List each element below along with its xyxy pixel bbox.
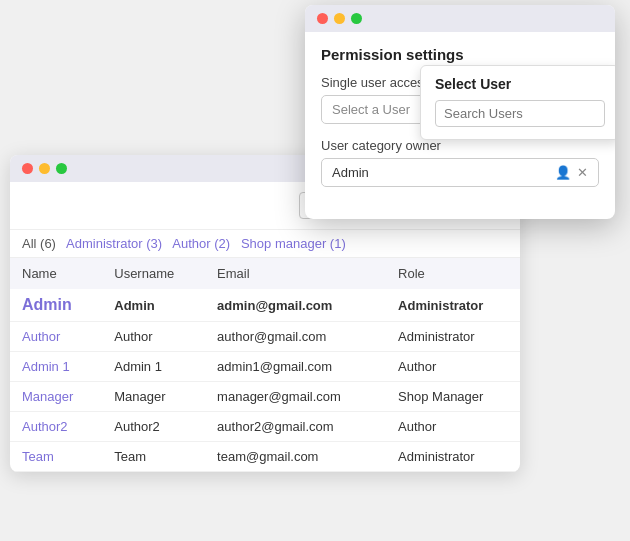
table-row: TeamTeamteam@gmail.comAdministrator — [10, 442, 520, 472]
user-role: Author — [386, 412, 520, 442]
traffic-light-red[interactable] — [22, 163, 33, 174]
user-username: Admin 1 — [102, 352, 205, 382]
user-name-link[interactable]: Admin 1 — [22, 359, 70, 374]
col-role: Role — [386, 258, 520, 289]
traffic-light-yellow[interactable] — [39, 163, 50, 174]
user-name-link[interactable]: Admin — [22, 296, 72, 313]
user-username: Admin — [102, 289, 205, 322]
fg-titlebar — [305, 5, 615, 32]
user-username: Manager — [102, 382, 205, 412]
filter-row: All (6) Administrator (3) Author (2) Sho… — [10, 230, 520, 258]
traffic-light-green[interactable] — [56, 163, 67, 174]
table-row: AuthorAuthorauthor@gmail.comAdministrato… — [10, 322, 520, 352]
user-role: Shop Manager — [386, 382, 520, 412]
filter-author[interactable]: Author (2) — [172, 236, 230, 251]
table-row: Author2Author2author2@gmail.comAuthor — [10, 412, 520, 442]
table-row: ManagerManagermanager@gmail.comShop Mana… — [10, 382, 520, 412]
user-category-icons: 👤 ✕ — [555, 165, 588, 180]
user-table: Name Username Email Role AdminAdminadmin… — [10, 258, 520, 472]
select-user-search-input[interactable] — [435, 100, 605, 127]
permission-settings-window: Permission settings Single user access S… — [305, 5, 615, 219]
table-row: Admin 1Admin 1admin1@gmail.comAuthor — [10, 352, 520, 382]
col-email: Email — [205, 258, 386, 289]
user-email: author2@gmail.com — [205, 412, 386, 442]
user-email: admin1@gmail.com — [205, 352, 386, 382]
user-username: Team — [102, 442, 205, 472]
user-name-link[interactable]: Team — [22, 449, 54, 464]
user-role: Administrator — [386, 322, 520, 352]
single-user-placeholder: Select a User — [332, 102, 410, 117]
col-name: Name — [10, 258, 102, 289]
user-category-label: User category owner — [321, 138, 599, 153]
user-username: Author — [102, 322, 205, 352]
user-email: manager@gmail.com — [205, 382, 386, 412]
col-username: Username — [102, 258, 205, 289]
user-role: Author — [386, 352, 520, 382]
user-name-link[interactable]: Author — [22, 329, 60, 344]
clear-category-icon[interactable]: ✕ — [577, 165, 588, 180]
user-username: Author2 — [102, 412, 205, 442]
user-name-link[interactable]: Author2 — [22, 419, 68, 434]
filter-all[interactable]: All (6) — [22, 236, 56, 251]
fg-traffic-light-red[interactable] — [317, 13, 328, 24]
person-icon-2: 👤 — [555, 165, 571, 180]
user-name-link[interactable]: Manager — [22, 389, 73, 404]
select-user-popup: Select User — [420, 65, 615, 140]
table-row: AdminAdminadmin@gmail.comAdministrator — [10, 289, 520, 322]
filter-shop-manager[interactable]: Shop manager (1) — [241, 236, 346, 251]
user-email: team@gmail.com — [205, 442, 386, 472]
table-header-row: Name Username Email Role — [10, 258, 520, 289]
permission-title: Permission settings — [321, 46, 599, 63]
user-role: Administrator — [386, 289, 520, 322]
user-role: Administrator — [386, 442, 520, 472]
user-category-value: Admin — [332, 165, 369, 180]
user-category-select[interactable]: Admin 👤 ✕ — [321, 158, 599, 187]
fg-traffic-light-yellow[interactable] — [334, 13, 345, 24]
fg-traffic-light-green[interactable] — [351, 13, 362, 24]
user-email: author@gmail.com — [205, 322, 386, 352]
user-email: admin@gmail.com — [205, 289, 386, 322]
select-user-popup-title: Select User — [435, 76, 605, 92]
filter-administrator[interactable]: Administrator (3) — [66, 236, 162, 251]
